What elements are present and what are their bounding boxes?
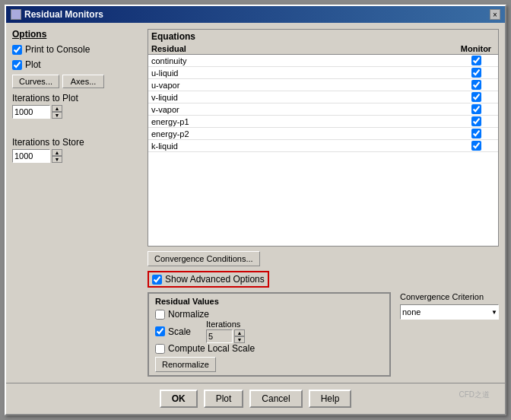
- table-row: u-liquid: [148, 67, 498, 79]
- table-row: v-liquid: [148, 91, 498, 103]
- iterations-to-plot-spinner-btns: ▲ ▼: [52, 105, 62, 119]
- print-to-console-row: Print to Console: [12, 44, 141, 55]
- compute-local-scale-checkbox[interactable]: [155, 344, 165, 354]
- col-residual-header: Residual: [151, 44, 457, 53]
- iterations-label: Iterations: [206, 320, 245, 329]
- scale-checkbox[interactable]: [155, 326, 165, 336]
- equation-monitor-check: [457, 104, 495, 114]
- iterations-spinner-btns: ▲ ▼: [234, 329, 245, 343]
- normalize-label: Normalize: [168, 309, 209, 320]
- equation-name: k-liquid: [151, 142, 457, 151]
- iterations-spinner: ▲ ▼: [206, 329, 245, 343]
- iterations-to-store-spinner-btns: ▲ ▼: [52, 149, 62, 163]
- curves-button[interactable]: Curves...: [12, 75, 59, 88]
- equation-monitor-check: [457, 80, 495, 90]
- iterations-to-plot-input[interactable]: [12, 105, 50, 119]
- watermark: CFD之道: [459, 390, 490, 400]
- show-advanced-checkbox[interactable]: [152, 275, 162, 285]
- print-to-console-checkbox[interactable]: [12, 45, 22, 55]
- convergence-conditions-button[interactable]: Convergence Conditions...: [148, 251, 260, 266]
- close-button[interactable]: ×: [490, 9, 500, 20]
- equations-header: Equations: [148, 30, 498, 43]
- equation-name: u-vapor: [151, 81, 457, 90]
- renormalize-button[interactable]: Renormalize: [155, 357, 216, 372]
- iterations-down[interactable]: ▼: [234, 336, 245, 343]
- titlebar: Residual Monitors ×: [6, 6, 505, 23]
- show-advanced-label: Show Advanced Options: [165, 274, 265, 285]
- convergence-criterion-label: Convergence Criterion: [400, 292, 499, 301]
- residual-values-title: Residual Values: [155, 297, 383, 306]
- equation-monitor-check: [457, 141, 495, 151]
- equations-section: Equations Residual Monitor continuity u-…: [148, 29, 499, 247]
- equation-name: continuity: [151, 56, 457, 65]
- table-row: energy-p1: [148, 116, 498, 128]
- help-button[interactable]: Help: [309, 390, 352, 408]
- window-title: Residual Monitors: [24, 9, 103, 20]
- equation-name: energy-p1: [151, 117, 457, 126]
- normalize-row: Normalize: [155, 309, 383, 320]
- left-panel: Options Print to Console Plot Curves... …: [12, 29, 141, 377]
- col-monitor-header: Monitor: [457, 44, 495, 53]
- cancel-button[interactable]: Cancel: [249, 390, 302, 408]
- iterations-to-store-spinner: ▲ ▼: [12, 149, 141, 163]
- equation-name: v-vapor: [151, 105, 457, 114]
- right-panel: Equations Residual Monitor continuity u-…: [148, 29, 499, 377]
- iterations-group: Iterations ▲ ▼: [206, 320, 245, 343]
- iterations-to-plot-up[interactable]: ▲: [52, 105, 62, 112]
- curves-axes-row: Curves... Axes...: [12, 75, 141, 88]
- iterations-to-store-up[interactable]: ▲: [52, 149, 62, 156]
- equation-monitor-check: [457, 116, 495, 126]
- table-row: energy-p2: [148, 128, 498, 140]
- scale-label: Scale: [168, 326, 191, 337]
- iterations-to-store-group: Iterations to Store ▲ ▼: [12, 137, 141, 163]
- equation-monitor-check: [457, 92, 495, 102]
- table-row: k-liquid: [148, 140, 498, 152]
- plot-row: Plot: [12, 59, 141, 70]
- iterations-to-plot-down[interactable]: ▼: [52, 112, 62, 119]
- equation-monitor-check: [457, 68, 495, 78]
- main-window: Residual Monitors × Options Print to Con…: [5, 5, 506, 415]
- content-area: Options Print to Console Plot Curves... …: [6, 23, 505, 383]
- scale-iterations-row: Scale Iterations ▲ ▼: [155, 320, 383, 343]
- iterations-to-store-input[interactable]: [12, 149, 50, 163]
- iterations-to-plot-group: Iterations to Plot ▲ ▼: [12, 93, 141, 119]
- equation-name: v-liquid: [151, 93, 457, 102]
- equation-name: u-liquid: [151, 68, 457, 78]
- residual-values-group: Residual Values Normalize Scale Iteratio…: [148, 292, 391, 377]
- ok-button[interactable]: OK: [160, 390, 198, 408]
- axes-button[interactable]: Axes...: [62, 75, 104, 88]
- iterations-input[interactable]: [206, 329, 233, 343]
- titlebar-left: Residual Monitors: [11, 9, 103, 20]
- print-to-console-label: Print to Console: [25, 44, 90, 55]
- iterations-up[interactable]: ▲: [234, 329, 245, 336]
- convergence-criterion-select[interactable]: none absolute relative: [400, 304, 499, 320]
- table-row: continuity: [148, 55, 498, 67]
- compute-local-scale-row: Compute Local Scale: [155, 343, 383, 354]
- scale-row: Scale: [155, 326, 191, 337]
- footer: OK Plot Cancel Help CFD之道: [6, 383, 505, 414]
- iterations-to-store-down[interactable]: ▼: [52, 156, 62, 163]
- equation-name: energy-p2: [151, 129, 457, 138]
- advanced-options-area: Residual Values Normalize Scale Iteratio…: [148, 292, 499, 377]
- table-row: u-vapor: [148, 79, 498, 91]
- equations-col-headers: Residual Monitor: [148, 43, 498, 55]
- equations-table: continuity u-liquid u-vapor v-liquid: [148, 55, 498, 246]
- options-label: Options: [12, 29, 141, 40]
- normalize-checkbox[interactable]: [155, 310, 165, 320]
- window-icon: [11, 9, 21, 20]
- show-advanced-row: Show Advanced Options: [148, 271, 269, 288]
- plot-button[interactable]: Plot: [204, 390, 244, 408]
- compute-local-scale-label: Compute Local Scale: [168, 343, 255, 354]
- convergence-criterion-select-wrapper: none absolute relative ▼: [400, 304, 499, 320]
- plot-checkbox[interactable]: [12, 60, 22, 70]
- plot-label: Plot: [25, 59, 41, 70]
- iterations-to-store-label: Iterations to Store: [12, 137, 141, 148]
- convergence-criterion-group: Convergence Criterion none absolute rela…: [400, 292, 499, 377]
- iterations-to-plot-spinner: ▲ ▼: [12, 105, 141, 119]
- iterations-to-plot-label: Iterations to Plot: [12, 93, 141, 103]
- equation-monitor-check: [457, 56, 495, 65]
- equation-monitor-check: [457, 129, 495, 138]
- table-row: v-vapor: [148, 103, 498, 116]
